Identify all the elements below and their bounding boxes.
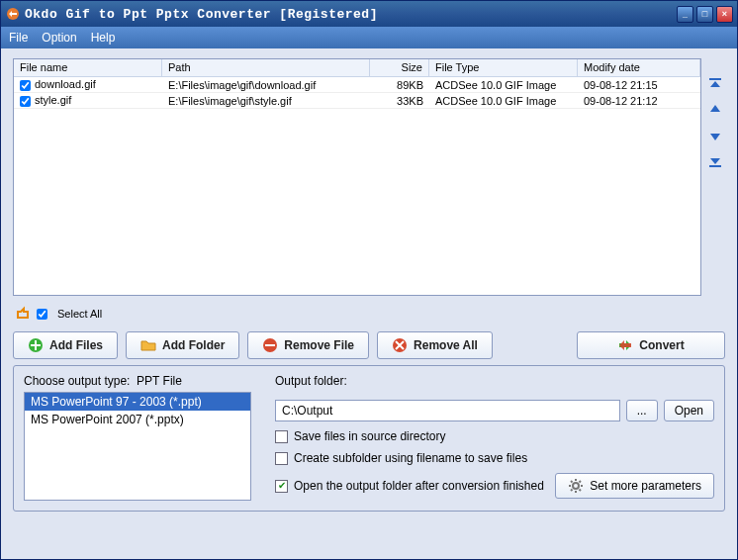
add-files-button[interactable]: Add Files	[13, 331, 118, 359]
convert-icon	[617, 337, 633, 353]
output-folder-section: Output folder: ... Open Save files in so…	[275, 374, 714, 501]
move-up-icon[interactable]	[707, 102, 723, 118]
save-source-checkbox[interactable]	[275, 430, 288, 443]
subfolder-label: Create subfolder using filename to save …	[294, 451, 527, 465]
output-folder-row: ... Open	[275, 400, 714, 421]
subfolder-row: Create subfolder using filename to save …	[275, 451, 714, 465]
svg-rect-3	[265, 344, 275, 346]
open-after-row: Open the output folder after conversion …	[275, 473, 714, 499]
file-list-header: File name Path Size File Type Modify dat…	[14, 59, 700, 77]
plus-icon	[28, 337, 44, 353]
output-folder-input[interactable]	[275, 400, 620, 421]
titlebar: Okdo Gif to Ppt Pptx Converter [Register…	[1, 1, 737, 27]
gear-icon	[568, 478, 584, 494]
minimize-button[interactable]: _	[677, 6, 693, 23]
save-source-label: Save files in source directory	[294, 429, 445, 443]
subfolder-checkbox[interactable]	[275, 452, 288, 465]
open-folder-button[interactable]: Open	[664, 400, 714, 421]
svg-line-12	[571, 490, 573, 492]
move-bottom-icon[interactable]	[707, 153, 723, 169]
table-row[interactable]: download.gifE:\Files\image\gif\download.…	[14, 77, 700, 93]
reorder-buttons	[705, 58, 725, 296]
add-folder-button[interactable]: Add Folder	[126, 331, 239, 359]
svg-point-5	[573, 483, 579, 489]
col-type[interactable]: File Type	[429, 59, 578, 76]
col-size[interactable]: Size	[370, 59, 429, 76]
col-filename[interactable]: File name	[14, 59, 162, 76]
file-list-area: File name Path Size File Type Modify dat…	[13, 58, 725, 296]
save-source-row: Save files in source directory	[275, 429, 714, 443]
menu-help[interactable]: Help	[91, 31, 116, 45]
menu-file[interactable]: File	[9, 31, 28, 45]
col-date[interactable]: Modify date	[578, 59, 700, 76]
output-type-option[interactable]: MS PowerPoint 2007 (*.pptx)	[25, 411, 250, 428]
settings-panel: Choose output type: PPT File MS PowerPoi…	[13, 365, 725, 512]
folder-icon	[140, 337, 156, 353]
row-checkbox[interactable]	[20, 80, 31, 91]
svg-line-10	[571, 481, 573, 483]
output-type-option[interactable]: MS PowerPoint 97 - 2003 (*.ppt)	[25, 393, 250, 411]
row-checkbox[interactable]	[20, 96, 31, 107]
table-row[interactable]: style.gifE:\Files\image\gif\style.gif33K…	[14, 93, 700, 109]
open-after-checkbox[interactable]	[275, 480, 288, 493]
maximize-button[interactable]: □	[696, 6, 713, 23]
move-top-icon[interactable]	[707, 76, 723, 92]
output-type-listbox[interactable]: MS PowerPoint 97 - 2003 (*.ppt)MS PowerP…	[24, 392, 251, 501]
window-controls: _ □ ×	[677, 6, 733, 23]
up-folder-icon[interactable]	[15, 306, 31, 322]
set-more-parameters-button[interactable]: Set more parameters	[555, 473, 714, 499]
convert-button[interactable]: Convert	[577, 331, 725, 359]
output-type-section: Choose output type: PPT File MS PowerPoi…	[24, 374, 251, 501]
file-list[interactable]: File name Path Size File Type Modify dat…	[13, 58, 701, 296]
output-type-label: Choose output type: PPT File	[24, 374, 251, 388]
window-title: Okdo Gif to Ppt Pptx Converter [Register…	[25, 7, 677, 22]
select-all-checkbox[interactable]	[37, 309, 47, 320]
close-button[interactable]: ×	[716, 6, 733, 23]
app-window: Okdo Gif to Ppt Pptx Converter [Register…	[0, 0, 738, 560]
app-icon	[5, 6, 21, 22]
menubar: File Option Help	[1, 27, 737, 48]
browse-button[interactable]: ...	[626, 400, 658, 421]
select-all-row: Select All	[13, 302, 725, 326]
remove-file-button[interactable]: Remove File	[247, 331, 369, 359]
output-folder-label: Output folder:	[275, 374, 714, 388]
content-area: File name Path Size File Type Modify dat…	[1, 48, 737, 559]
minus-icon	[262, 337, 278, 353]
col-path[interactable]: Path	[162, 59, 370, 76]
svg-line-11	[580, 490, 582, 492]
remove-all-icon	[392, 337, 408, 353]
svg-line-13	[580, 481, 582, 483]
move-down-icon[interactable]	[707, 128, 723, 143]
menu-option[interactable]: Option	[42, 31, 76, 45]
toolbar-row: Add Files Add Folder Remove File Remove …	[13, 331, 725, 359]
select-all-label: Select All	[57, 308, 102, 320]
open-after-label: Open the output folder after conversion …	[294, 479, 544, 493]
remove-all-button[interactable]: Remove All	[377, 331, 493, 359]
